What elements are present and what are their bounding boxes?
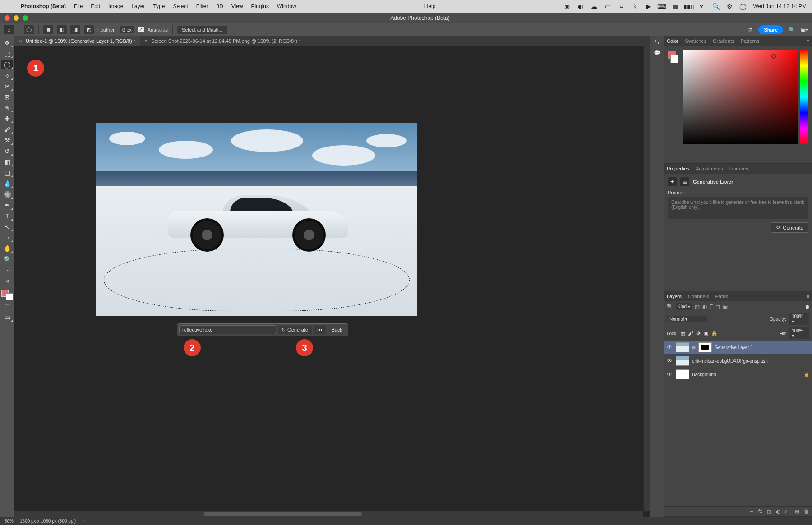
share-button[interactable]: Share	[758, 25, 783, 34]
lasso-tool-icon[interactable]: ◯	[1, 60, 13, 69]
layer-row[interactable]: 👁 Background 🔒	[664, 368, 812, 381]
status-siri-icon[interactable]: ◯	[739, 3, 747, 10]
filter-smart-icon[interactable]: ▣	[723, 304, 728, 310]
lock-position-icon[interactable]: ✥	[696, 330, 701, 336]
status-wifi-icon[interactable]: ᯤ	[699, 3, 706, 10]
edit-toolbar-icon[interactable]: ⋯	[1, 265, 13, 275]
zoom-tool-icon[interactable]: 🔍	[1, 254, 13, 264]
filter-shape-icon[interactable]: ◻	[715, 304, 720, 310]
scroll-thumb[interactable]	[204, 512, 362, 516]
anti-alias-checkbox[interactable]: ✓	[138, 27, 144, 32]
status-control-center-icon[interactable]: ⚙	[726, 3, 733, 10]
generative-prompt-input[interactable]: reflective lake	[179, 325, 276, 334]
group-icon[interactable]: 🗀	[785, 508, 790, 515]
close-tab-icon[interactable]: ×	[144, 38, 148, 44]
document-info[interactable]: 1800 px x 1080 px (300 ppi)	[20, 519, 76, 524]
hue-slider[interactable]	[800, 50, 808, 144]
status-keyboard-icon[interactable]: ⌨	[658, 3, 665, 10]
menu-filter[interactable]: Filter	[196, 3, 208, 9]
layer-style-icon[interactable]: fx	[758, 508, 762, 515]
tab-layers[interactable]: Layers	[667, 291, 682, 301]
path-select-tool-icon[interactable]: ↖	[1, 222, 13, 232]
quick-mask-icon[interactable]: ◻	[1, 301, 13, 311]
selection-add-icon[interactable]: ◧	[57, 25, 67, 34]
tab-patterns[interactable]: Patterns	[741, 36, 759, 46]
layer-mask-icon[interactable]: ◻	[767, 508, 771, 515]
delete-layer-icon[interactable]: 🗑	[804, 508, 809, 515]
opacity-input[interactable]: 100% ▾	[789, 313, 809, 325]
properties-generate-button[interactable]: ↻Generate	[771, 222, 808, 233]
lasso-tool-icon[interactable]: ◯	[24, 25, 34, 34]
frame-tool-icon[interactable]: ⊠	[1, 92, 13, 102]
canvas-area[interactable]: reflective lake ↻Generate ••• Back 1 2 3	[14, 46, 650, 517]
quick-select-tool-icon[interactable]: ⟡	[1, 70, 13, 80]
select-and-mask-button[interactable]: Select and Mask...	[177, 26, 227, 34]
saturation-brightness-picker[interactable]	[683, 50, 798, 144]
menu-select[interactable]: Select	[173, 3, 188, 9]
filter-adjust-icon[interactable]: ◐	[702, 304, 707, 310]
swap-colors-icon[interactable]: ⤭	[1, 276, 13, 286]
layer-row[interactable]: 👁 erik-mclean-dbLgODXOPgo-unsplash	[664, 354, 812, 368]
status-folder-icon[interactable]: ▭	[604, 3, 611, 10]
home-button[interactable]: ⌂	[4, 25, 14, 34]
menu-type[interactable]: Type	[153, 3, 165, 9]
menu-layer[interactable]: Layer	[131, 3, 145, 9]
menu-view[interactable]: View	[231, 3, 243, 9]
layer-thumbnail[interactable]	[676, 342, 689, 352]
visibility-toggle-icon[interactable]: 👁	[667, 371, 673, 378]
window-close-button[interactable]	[5, 15, 10, 21]
gradient-tool-icon[interactable]: ▦	[1, 168, 13, 178]
menu-file[interactable]: File	[74, 3, 83, 9]
document-tab[interactable]: × Untitled-1 @ 100% (Generative Layer 1,…	[14, 36, 140, 46]
menu-image[interactable]: Image	[108, 3, 123, 9]
visibility-toggle-icon[interactable]: 👁	[667, 344, 673, 350]
comments-panel-icon[interactable]: 💬	[654, 50, 660, 56]
visibility-toggle-icon[interactable]: 👁	[667, 358, 673, 364]
tab-properties[interactable]: Properties	[667, 164, 689, 174]
layer-thumbnail[interactable]	[676, 356, 689, 366]
selection-subtract-icon[interactable]: ◨	[70, 25, 80, 34]
shape-tool-icon[interactable]: ○	[1, 233, 13, 243]
fill-input[interactable]: 100% ▾	[789, 327, 809, 339]
menubar-clock[interactable]: Wed Jun 14 12:14 PM	[753, 3, 807, 9]
menu-help[interactable]: Help	[424, 3, 436, 9]
tab-swatches[interactable]: Swatches	[685, 36, 706, 46]
adjustment-layer-icon[interactable]: ◐	[776, 508, 780, 515]
marquee-tool-icon[interactable]: ⬚	[1, 49, 13, 59]
search-icon[interactable]: 🔍	[667, 304, 673, 309]
marquee-selection[interactable]	[104, 249, 410, 311]
filter-pixel-icon[interactable]: ▧	[695, 304, 700, 310]
app-name[interactable]: Photoshop (Beta)	[21, 3, 66, 9]
status-bluetooth-icon[interactable]: ᛒ	[631, 3, 638, 10]
tab-gradients[interactable]: Gradients	[713, 36, 734, 46]
document-canvas[interactable]	[96, 123, 417, 316]
document-info-chevron-icon[interactable]: 〉	[82, 518, 87, 525]
hand-tool-icon[interactable]: ✋	[1, 244, 13, 253]
lock-all-icon[interactable]: 🔒	[711, 330, 718, 336]
menu-3d[interactable]: 3D	[216, 3, 223, 9]
tab-color[interactable]: Color	[667, 36, 678, 46]
clone-stamp-tool-icon[interactable]: ⚒	[1, 135, 13, 145]
status-battery-icon[interactable]: ▮▮▯	[685, 3, 692, 10]
layer-name[interactable]: erik-mclean-dbLgODXOPgo-unsplash	[692, 359, 768, 364]
status-cc-icon[interactable]: ☁︎	[591, 3, 598, 10]
menu-plugins[interactable]: Plugins	[251, 3, 269, 9]
saturation-marker[interactable]	[771, 54, 776, 59]
layer-thumbnail[interactable]	[676, 369, 689, 379]
tab-adjustments[interactable]: Adjustments	[696, 164, 723, 174]
selection-new-icon[interactable]: ◼	[43, 25, 53, 34]
layer-mask-thumbnail[interactable]	[698, 342, 712, 352]
selection-intersect-icon[interactable]: ◩	[84, 25, 94, 34]
pen-tool-icon[interactable]: ✒	[1, 200, 13, 210]
healing-brush-tool-icon[interactable]: ✚	[1, 114, 13, 124]
blend-mode-select[interactable]: Normal ▾	[667, 316, 707, 322]
layer-name[interactable]: Generative Layer 1	[715, 345, 753, 350]
tab-channels[interactable]: Channels	[688, 291, 709, 301]
lock-pixels-icon[interactable]: 🖌	[688, 330, 693, 336]
apple-logo-icon[interactable]	[5, 3, 13, 10]
more-options-button[interactable]: •••	[314, 326, 326, 334]
close-tab-icon[interactable]: ×	[19, 38, 22, 44]
status-date-icon[interactable]: ▦	[672, 3, 679, 10]
filter-toggle-icon[interactable]: ⬮	[806, 304, 809, 310]
menu-window[interactable]: Window	[277, 3, 296, 9]
